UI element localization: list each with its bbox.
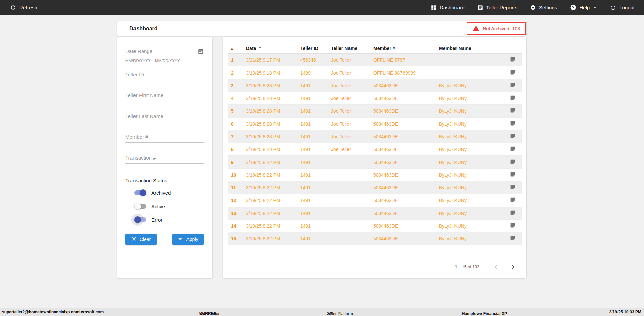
row-number: 4 [231, 96, 246, 101]
note-icon[interactable] [509, 159, 516, 166]
cell-member-name: ByLyJI KUNy [439, 236, 503, 241]
note-icon[interactable] [509, 107, 516, 115]
nav-item-help[interactable]: Help [570, 4, 597, 11]
row-number: 15 [231, 236, 246, 241]
note-icon[interactable] [509, 210, 516, 217]
table-row[interactable]: 9 3/19/25 8:22 PM 1491 5034463DE ByLyJI … [228, 156, 522, 169]
note-icon[interactable] [509, 184, 516, 191]
table-row[interactable]: 4 3/19/25 8:28 PM 1491 Joe Teller 503446… [228, 92, 522, 105]
nav-item-logout[interactable]: Logout [610, 5, 635, 11]
dashboard-icon [431, 5, 437, 11]
column-header-date[interactable]: Date [246, 45, 300, 51]
refresh-button[interactable]: Refresh [10, 4, 37, 11]
nav-item-teller-reports[interactable]: Teller Reports [477, 5, 518, 11]
cell-teller-id: 1489 [300, 70, 331, 76]
table-row[interactable]: 5 3/19/25 8:28 PM 1491 Joe Teller 503446… [228, 105, 522, 118]
table-body: 1 3/21/25 9:17 PM 456346 Joe Teller OFFL… [228, 54, 522, 245]
cell-teller-id: 1491 [300, 134, 331, 139]
column-header-teller-name[interactable]: Teller Name [331, 46, 373, 51]
active-toggle[interactable] [134, 204, 146, 209]
previous-page-button[interactable] [493, 263, 500, 271]
row-number: 5 [231, 108, 246, 114]
cell-date: 3/19/25 8:28 PM [246, 108, 300, 114]
table-row[interactable]: 6 3/19/25 8:28 PM 1491 Joe Teller 503446… [228, 118, 522, 130]
column-header-member-number[interactable]: Member # [373, 46, 439, 51]
cell-date: 3/19/25 8:22 PM [246, 236, 300, 241]
cell-teller-id: 1491 [300, 185, 331, 190]
not-archived-badge[interactable]: Not Archived: 103 [467, 22, 526, 35]
row-number: 10 [231, 172, 246, 178]
teller-id-input[interactable] [125, 69, 204, 80]
cell-teller-name: Joe Teller [331, 83, 373, 88]
teller-last-name-input[interactable] [125, 110, 204, 122]
member-number-input[interactable] [125, 131, 204, 143]
table-row[interactable]: 11 3/19/25 8:22 PM 1491 5034463DE ByLyJI… [228, 181, 522, 194]
apply-button[interactable]: Apply [172, 234, 204, 245]
filter-icon [178, 236, 183, 243]
cell-member-name: ByLyJI KUNy [439, 83, 503, 88]
cell-teller-id: 1491 [300, 147, 331, 152]
transaction-number-input[interactable] [125, 152, 204, 164]
cell-member-number: 5034463DE [373, 185, 439, 190]
cell-date: 3/19/25 9:18 PM [246, 70, 300, 76]
note-icon[interactable] [509, 146, 516, 153]
table-row[interactable]: 14 3/19/25 8:22 PM 1491 5034463DE ByLyJI… [228, 220, 522, 232]
table-row[interactable]: 8 3/19/25 8:28 PM 1491 Joe Teller 503446… [228, 143, 522, 156]
note-icon[interactable] [509, 197, 516, 204]
note-icon[interactable] [509, 120, 516, 127]
table-row[interactable]: 1 3/21/25 9:17 PM 456346 Joe Teller OFFL… [228, 54, 522, 66]
row-number: 3 [231, 83, 246, 88]
note-icon[interactable] [509, 56, 516, 63]
not-archived-text: Not Archived: 103 [483, 26, 520, 31]
column-header-teller-id[interactable]: Teller ID [300, 46, 331, 51]
refresh-label: Refresh [19, 5, 37, 10]
table-row[interactable]: 13 3/19/25 8:22 PM 1491 5034463DE ByLyJI… [228, 207, 522, 220]
calendar-icon[interactable] [198, 48, 204, 56]
cell-teller-id: 1491 [300, 96, 331, 101]
clear-button-label: Clear [140, 237, 151, 242]
note-icon[interactable] [509, 235, 516, 242]
error-toggle[interactable] [134, 217, 146, 222]
column-header-member-name[interactable]: Member Name [439, 46, 503, 51]
toggle-row-active: Active [134, 202, 204, 210]
cell-member-number: 5034463DE [373, 108, 439, 114]
cell-member-name: ByLyJI KUNy [439, 108, 503, 114]
table-row[interactable]: 7 3/19/25 8:28 PM 1491 Joe Teller 503446… [228, 130, 522, 143]
table-row[interactable]: 3 3/19/25 8:28 PM 1491 Joe Teller 503446… [228, 79, 522, 92]
note-icon[interactable] [509, 171, 516, 178]
cell-teller-name: Joe Teller [331, 134, 373, 139]
table-row[interactable]: 12 3/19/25 8:22 PM 1491 5034463DE ByLyJI… [228, 194, 522, 207]
filter-panel: MM/DD/YYYY – MM/DD/YYYY Transaction Stat… [117, 37, 212, 278]
note-icon[interactable] [509, 82, 516, 89]
archived-toggle[interactable] [134, 190, 146, 195]
warning-icon [473, 25, 479, 33]
teller-first-name-input[interactable] [125, 90, 204, 101]
cell-date: 3/19/25 8:22 PM [246, 223, 300, 229]
cell-date: 3/19/25 8:22 PM [246, 172, 300, 178]
cell-member-name: ByLyJI KUNy [439, 185, 503, 190]
note-icon[interactable] [509, 69, 516, 76]
table-row[interactable]: 2 3/19/25 9:18 PM 1489 Joe Teller OFFLIN… [228, 66, 522, 79]
note-icon[interactable] [509, 95, 516, 102]
table-row[interactable]: 10 3/19/25 8:22 PM 1491 5034463DE ByLyJI… [228, 169, 522, 181]
note-icon[interactable] [509, 133, 516, 140]
cell-teller-id: 1491 [300, 172, 331, 178]
nav-item-settings[interactable]: Settings [530, 5, 557, 11]
row-number: 1 [231, 57, 246, 63]
cell-date: 3/21/25 9:17 PM [246, 57, 300, 63]
teller-last-name-field [125, 110, 204, 122]
cell-member-name: ByLyJI KUNy [439, 147, 503, 152]
nav-item-dashboard[interactable]: Dashboard [431, 5, 464, 11]
status-bar: superteller2@hometownfinancialxp.onmicro… [0, 308, 644, 316]
note-icon[interactable] [509, 222, 516, 229]
cell-member-number: 5034463DE [373, 236, 439, 241]
toggle-row-error: Error [134, 216, 204, 224]
next-page-button[interactable] [509, 263, 516, 271]
table-row[interactable]: 15 3/19/25 8:22 PM 1491 5034463DE ByLyJI… [228, 232, 522, 245]
cell-teller-id: 1491 [300, 121, 331, 127]
column-header-num[interactable]: # [231, 46, 246, 51]
clear-button[interactable]: Clear [125, 234, 157, 245]
cell-member-name: ByLyJI KUNy [439, 160, 503, 165]
page-header: Dashboard Not Archived: 103 [117, 21, 526, 36]
date-range-input[interactable] [125, 46, 204, 57]
